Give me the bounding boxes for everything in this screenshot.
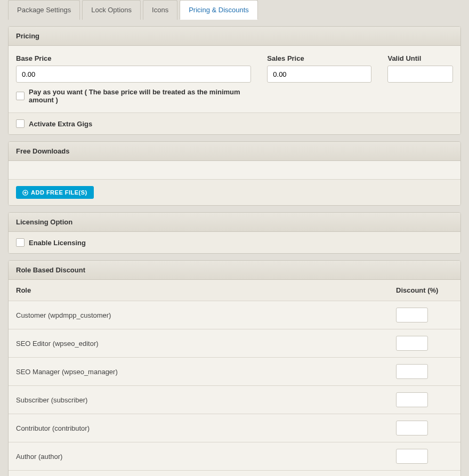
pricing-panel: Pricing Base Price Pay as you want ( The… bbox=[8, 26, 461, 135]
enable-licensing-label: Enable Licensing bbox=[29, 239, 86, 247]
role-discount-table: Role Discount (%) Customer (wpdmpp_custo… bbox=[9, 280, 460, 476]
role-cell: Subscriber (subscriber) bbox=[9, 386, 389, 414]
sales-price-input[interactable] bbox=[267, 66, 371, 83]
pay-as-you-want-label: Pay as you want ( The base price will be… bbox=[29, 88, 251, 104]
tab-package-settings[interactable]: Package Settings bbox=[8, 0, 80, 20]
discount-cell bbox=[389, 471, 460, 477]
add-free-file-button[interactable]: ADD FREE FILE(S) bbox=[16, 186, 94, 199]
free-downloads-body bbox=[9, 161, 460, 179]
col-discount: Discount (%) bbox=[389, 280, 460, 301]
discount-input[interactable] bbox=[396, 336, 428, 351]
role-cell: Editor (editor) bbox=[9, 471, 389, 477]
tab-pricing-discounts[interactable]: Pricing & Discounts bbox=[180, 0, 258, 20]
discount-cell bbox=[389, 329, 460, 358]
discount-cell bbox=[389, 442, 460, 471]
pay-as-you-want-checkbox[interactable] bbox=[16, 92, 25, 100]
valid-until-input[interactable] bbox=[387, 66, 453, 83]
tab-bar: Package Settings Lock Options Icons Pric… bbox=[8, 0, 461, 20]
sales-price-label: Sales Price bbox=[267, 54, 371, 62]
valid-until-label: Valid Until bbox=[387, 54, 453, 62]
discount-input[interactable] bbox=[396, 421, 428, 435]
discount-cell bbox=[389, 414, 460, 442]
free-downloads-panel: Free Downloads ADD FREE FILE(S) bbox=[8, 141, 461, 206]
role-cell: Customer (wpdmpp_customer) bbox=[9, 301, 389, 329]
role-discount-header: Role Based Discount bbox=[9, 261, 460, 280]
discount-cell bbox=[389, 301, 460, 329]
licensing-header: Licensing Option bbox=[9, 213, 460, 232]
discount-input[interactable] bbox=[396, 392, 428, 407]
pricing-header: Pricing bbox=[9, 27, 460, 46]
activate-extra-gigs-label: Activate Extra Gigs bbox=[29, 120, 92, 128]
table-row: Subscriber (subscriber) bbox=[9, 386, 460, 414]
enable-licensing-checkbox[interactable] bbox=[16, 238, 25, 247]
activate-extra-gigs-checkbox[interactable] bbox=[16, 119, 25, 128]
discount-cell bbox=[389, 358, 460, 386]
table-row: Contributor (contributor) bbox=[9, 414, 460, 442]
discount-cell bbox=[389, 386, 460, 414]
discount-input[interactable] bbox=[396, 449, 428, 464]
table-row: SEO Manager (wpseo_manager) bbox=[9, 358, 460, 386]
table-row: Customer (wpdmpp_customer) bbox=[9, 301, 460, 329]
free-downloads-header: Free Downloads bbox=[9, 142, 460, 161]
tab-icons[interactable]: Icons bbox=[143, 0, 177, 20]
discount-input[interactable] bbox=[396, 308, 428, 322]
role-cell: SEO Manager (wpseo_manager) bbox=[9, 358, 389, 386]
role-cell: Contributor (contributor) bbox=[9, 414, 389, 442]
table-row: Editor (editor) bbox=[9, 471, 460, 477]
base-price-input[interactable] bbox=[16, 66, 251, 83]
role-cell: SEO Editor (wpseo_editor) bbox=[9, 329, 389, 358]
table-row: Author (author) bbox=[9, 442, 460, 471]
discount-input[interactable] bbox=[396, 364, 428, 379]
licensing-panel: Licensing Option Enable Licensing bbox=[8, 212, 461, 254]
add-free-file-label: ADD FREE FILE(S) bbox=[31, 189, 87, 196]
role-cell: Author (author) bbox=[9, 442, 389, 471]
base-price-label: Base Price bbox=[16, 54, 251, 62]
table-row: SEO Editor (wpseo_editor) bbox=[9, 329, 460, 358]
plus-circle-icon bbox=[22, 190, 28, 196]
col-role: Role bbox=[9, 280, 389, 301]
role-discount-panel: Role Based Discount Role Discount (%) Cu… bbox=[8, 260, 461, 476]
tab-lock-options[interactable]: Lock Options bbox=[82, 0, 141, 20]
